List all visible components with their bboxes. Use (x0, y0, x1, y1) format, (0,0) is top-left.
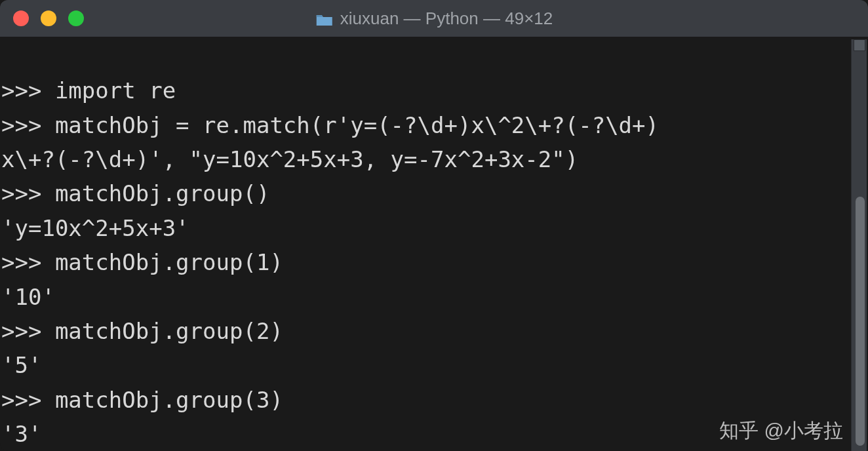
terminal-line: >>> matchObj.group(3) (1, 383, 867, 417)
terminal-line: >>> import re (1, 73, 867, 108)
terminal-line: >>> matchObj.group(2) (1, 314, 867, 348)
folder-icon (315, 11, 334, 26)
maximize-icon[interactable] (68, 10, 84, 26)
terminal-line: 'y=10x^2+5x+3' (1, 211, 867, 245)
terminal-line: '10' (1, 280, 867, 314)
scrollbar-thumb[interactable] (856, 197, 865, 446)
window-controls (13, 10, 84, 26)
window-title-text: xiuxuan — Python — 49×12 (340, 9, 553, 29)
terminal-line: x\+?(-?\d+)', "y=10x^2+5x+3, y=-7x^2+3x-… (1, 142, 867, 176)
window-title: xiuxuan — Python — 49×12 (315, 9, 553, 29)
scrollbar-corner-icon (854, 39, 865, 51)
terminal-body[interactable]: >>> import re>>> matchObj = re.match(r'y… (0, 37, 868, 451)
terminal-line: '5' (1, 348, 867, 382)
minimize-icon[interactable] (41, 10, 56, 26)
titlebar[interactable]: xiuxuan — Python — 49×12 (0, 0, 868, 37)
close-icon[interactable] (13, 10, 29, 26)
watermark: 知乎 @小考拉 (719, 418, 843, 444)
terminal-window: xiuxuan — Python — 49×12 >>> import re>>… (0, 0, 868, 451)
terminal-line: >>> matchObj.group(1) (1, 245, 867, 279)
terminal-line: >>> matchObj = re.match(r'y=(-?\d+)x\^2\… (1, 108, 867, 142)
terminal-line: >>> matchObj.group() (1, 176, 867, 210)
